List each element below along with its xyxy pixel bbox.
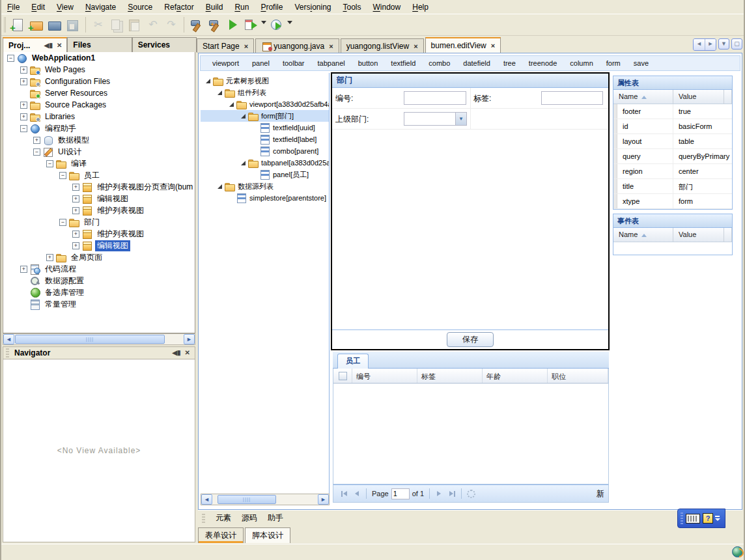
editor-tab-yuangong-listview[interactable]: yuangong.listView× (341, 38, 424, 53)
tab-scroll-left-icon[interactable]: ◄ (694, 39, 705, 50)
collapse-icon[interactable] (218, 184, 222, 189)
element-tree-item-tabpanel-a383d0d25afb[interactable]: tabpanel[a383d0d25afb (201, 157, 329, 169)
keyboard-icon[interactable] (686, 514, 700, 524)
column-name[interactable]: Name (613, 228, 673, 242)
palette-item-panel[interactable]: panel (246, 59, 276, 67)
element-tree-item-viewport-a383d0d25afb4a[interactable]: viewport[a383d0d25afb4a (201, 98, 329, 110)
property-row-footer[interactable]: footertrue (613, 104, 732, 119)
expand-icon[interactable]: + (72, 195, 79, 203)
menu-tools[interactable]: Tools (337, 1, 367, 13)
menu-help[interactable]: Help (406, 1, 434, 13)
tree-item-维护列表视图[interactable]: +维护列表视图 (3, 204, 195, 216)
scroll-right-icon[interactable]: ► (318, 494, 329, 505)
tree-item-编程助手[interactable]: −编程助手 (3, 122, 195, 134)
element-tree-scrollbar[interactable]: ◄ ► (201, 494, 330, 505)
combo-arrow-icon[interactable]: ▼ (455, 113, 466, 125)
clean-build-icon[interactable] (206, 17, 223, 33)
grid-column-编号[interactable]: 编号 (352, 369, 417, 383)
property-value[interactable]: true (673, 104, 732, 119)
menu-profile[interactable]: Profile (255, 1, 288, 13)
minimize-icon[interactable]: ◀▮ (42, 42, 55, 49)
collapse-icon[interactable] (218, 91, 222, 95)
collapse-icon[interactable] (241, 161, 246, 165)
cut-icon[interactable]: ✂ (90, 17, 107, 33)
expand-icon[interactable]: + (72, 184, 79, 191)
palette-item-combo[interactable]: combo (422, 59, 457, 67)
property-value[interactable]: form (673, 194, 732, 208)
property-value[interactable]: center (673, 164, 732, 178)
palette-item-datefield[interactable]: datefield (457, 59, 497, 67)
scroll-left-icon[interactable]: ◄ (201, 494, 212, 505)
column-value[interactable]: Value (673, 90, 724, 104)
editor-tab-yuangong-java[interactable]: yuangong.java× (255, 38, 339, 53)
menu-source[interactable]: Source (122, 1, 158, 13)
prev-page-icon[interactable] (350, 488, 363, 499)
tree-item-configuration-files[interactable]: +Configuration Files (3, 76, 195, 87)
palette-item-save[interactable]: save (627, 59, 655, 67)
scroll-right-icon[interactable]: ► (184, 334, 195, 344)
scroll-thumb[interactable] (218, 495, 276, 504)
textfield-uuid[interactable] (404, 91, 466, 105)
tree-item-备选库管理[interactable]: 备选库管理 (3, 287, 195, 298)
collapse-icon[interactable]: − (33, 148, 40, 156)
menu-view[interactable]: View (51, 1, 79, 13)
column-name[interactable]: Name (613, 90, 673, 104)
last-page-icon[interactable] (445, 488, 458, 499)
collapse-icon[interactable] (229, 102, 234, 107)
tab-employee[interactable]: 员工 (337, 354, 369, 369)
menu-run[interactable]: Run (229, 1, 255, 13)
tree-item-source-packages[interactable]: +Source Packages (3, 99, 195, 111)
tree-item-libraries[interactable]: +Libraries (3, 111, 195, 122)
palette-item-treenode[interactable]: treenode (522, 59, 563, 67)
tree-item-server-resources[interactable]: Server Resources (3, 87, 195, 99)
redo-icon[interactable]: ↷ (163, 17, 180, 33)
collapse-icon[interactable]: − (59, 172, 66, 179)
property-row-query[interactable]: queryqueryByPrimary (613, 149, 732, 164)
bottom-toolbar-助手[interactable]: 助手 (262, 512, 288, 524)
element-tree-item-form-部门[interactable]: form[部门] (201, 110, 329, 122)
copy-icon[interactable] (108, 17, 125, 33)
dock-tab-files[interactable]: Files (67, 37, 132, 52)
tree-item-员工[interactable]: −员工 (3, 169, 195, 181)
menu-edit[interactable]: Edit (25, 1, 51, 13)
expand-icon[interactable]: + (20, 113, 27, 120)
tree-item-代码流程[interactable]: +代码流程 (3, 263, 195, 275)
column-value[interactable]: Value (673, 228, 724, 242)
palette-item-button[interactable]: button (352, 59, 385, 67)
tree-item-常量管理[interactable]: 常量管理 (3, 298, 195, 310)
run-icon[interactable] (225, 17, 242, 33)
editor-tab-bumen-editview[interactable]: bumen.editView× (425, 37, 501, 53)
next-page-icon[interactable] (432, 488, 445, 499)
open-project-icon[interactable] (46, 17, 63, 33)
tree-item-维护列表视图分页查询-bum[interactable]: +维护列表视图分页查询(bum (3, 181, 195, 193)
bottom-toolbar-元素[interactable]: 元素 (210, 512, 236, 524)
element-tree-item-combo-parent[interactable]: combo[parent] (201, 145, 329, 157)
expand-icon[interactable]: + (72, 242, 79, 249)
palette-item-form[interactable]: form (600, 59, 627, 67)
save-all-icon[interactable] (64, 17, 81, 33)
textfield-label[interactable] (541, 91, 603, 105)
collapse-icon[interactable] (241, 114, 246, 119)
element-tree-item-textfield-uuid[interactable]: textfield[uuid] (201, 122, 329, 133)
first-page-icon[interactable] (337, 488, 350, 499)
expand-icon[interactable]: + (20, 66, 27, 74)
expand-icon[interactable]: + (20, 102, 27, 109)
grid-column-职位[interactable]: 职位 (548, 369, 608, 383)
palette-item-tabpanel[interactable]: tabpanel (311, 59, 352, 67)
tab-list-dropdown-icon[interactable]: ▼ (718, 38, 729, 49)
grid-column-标签[interactable]: 标签 (417, 369, 483, 383)
maximize-window-icon[interactable]: ▢ (731, 38, 742, 49)
projects-horizontal-scrollbar[interactable]: ◄ ► (3, 333, 195, 345)
element-tree-item-panel-员工[interactable]: panel[员工] (201, 169, 329, 180)
close-tab-icon[interactable]: × (414, 42, 417, 50)
property-row-id[interactable]: idbasicForm (613, 119, 732, 134)
expand-icon[interactable]: + (46, 254, 53, 261)
close-tab-icon[interactable]: × (244, 42, 248, 50)
tree-item-编译[interactable]: −编译 (3, 158, 195, 169)
tab-scroll-right-icon[interactable]: ► (705, 39, 716, 50)
update-center-icon[interactable] (732, 546, 743, 557)
build-icon[interactable] (188, 17, 205, 33)
palette-item-column[interactable]: column (563, 59, 599, 67)
property-value[interactable]: queryByPrimary (673, 149, 732, 163)
tree-item-维护列表视图[interactable]: +维护列表视图 (3, 228, 195, 240)
